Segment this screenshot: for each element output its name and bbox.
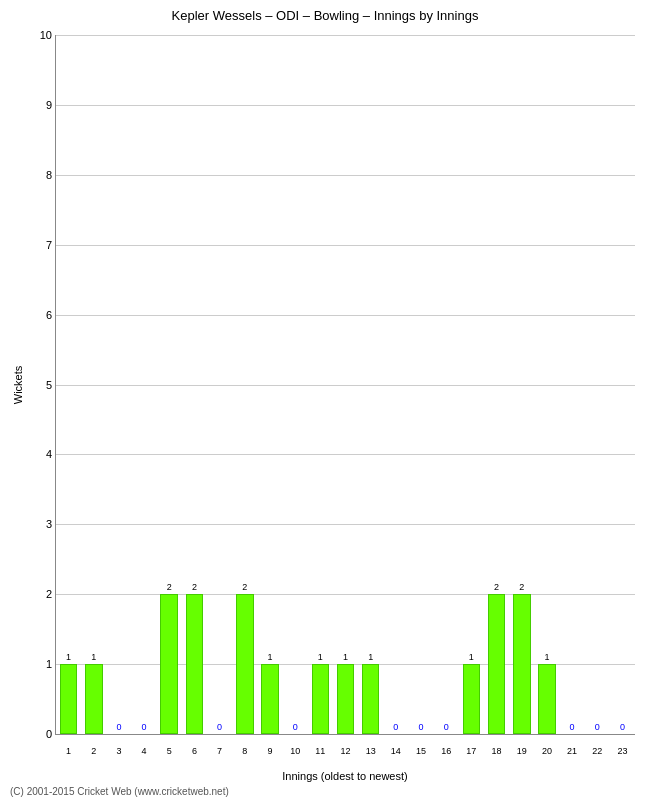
y-tick-label: 9 [32, 99, 52, 111]
bar-label-wickets: 2 [182, 582, 207, 592]
bar-col: 12 [81, 35, 106, 734]
x-tick-label: 1 [56, 746, 81, 756]
bar-col: 023 [610, 35, 635, 734]
bar-col: 07 [207, 35, 232, 734]
bar-label-wickets: 1 [56, 652, 81, 662]
bar-col: 112 [333, 35, 358, 734]
bar-label-wickets: 1 [358, 652, 383, 662]
bar-col: 11 [56, 35, 81, 734]
y-tick-label: 3 [32, 518, 52, 530]
x-tick-label: 9 [257, 746, 282, 756]
x-tick-label: 12 [333, 746, 358, 756]
bar-rect [463, 664, 481, 734]
bar-col: 25 [157, 35, 182, 734]
x-tick-label: 3 [106, 746, 131, 756]
bar-col: 111 [308, 35, 333, 734]
bar-label-wickets: 2 [157, 582, 182, 592]
bar-col: 26 [182, 35, 207, 734]
bar-label-zero: 0 [283, 722, 308, 732]
y-tick-label: 0 [32, 728, 52, 740]
y-tick-label: 1 [32, 658, 52, 670]
x-tick-label: 18 [484, 746, 509, 756]
y-tick-label: 2 [32, 588, 52, 600]
y-axis-label: Wickets [12, 366, 24, 405]
copyright: (C) 2001-2015 Cricket Web (www.cricketwe… [10, 786, 229, 797]
bar-col: 28 [232, 35, 257, 734]
bar-label-wickets: 1 [81, 652, 106, 662]
y-tick-label: 6 [32, 309, 52, 321]
chart-area: 0123456789101112030425260728190101111121… [55, 35, 635, 735]
bar-col: 117 [459, 35, 484, 734]
chart-container: Kepler Wessels – ODI – Bowling – Innings… [0, 0, 650, 800]
bar-label-zero: 0 [408, 722, 433, 732]
bar-col: 19 [257, 35, 282, 734]
bar-rect [513, 594, 531, 734]
bar-rect [160, 594, 178, 734]
x-tick-label: 14 [383, 746, 408, 756]
x-tick-label: 5 [157, 746, 182, 756]
bar-rect [85, 664, 103, 734]
bar-col: 120 [534, 35, 559, 734]
bar-col: 04 [132, 35, 157, 734]
bar-label-wickets: 2 [509, 582, 534, 592]
bar-label-zero: 0 [132, 722, 157, 732]
y-tick-label: 7 [32, 239, 52, 251]
bar-rect [362, 664, 380, 734]
bar-label-wickets: 2 [484, 582, 509, 592]
bar-col: 113 [358, 35, 383, 734]
y-tick-label: 4 [32, 448, 52, 460]
bar-label-wickets: 1 [333, 652, 358, 662]
x-tick-label: 17 [459, 746, 484, 756]
bar-label-wickets: 1 [534, 652, 559, 662]
x-tick-label: 23 [610, 746, 635, 756]
x-tick-label: 21 [559, 746, 584, 756]
bar-col: 014 [383, 35, 408, 734]
chart-title: Kepler Wessels – ODI – Bowling – Innings… [0, 0, 650, 27]
bar-label-zero: 0 [383, 722, 408, 732]
bar-label-zero: 0 [559, 722, 584, 732]
bar-label-wickets: 1 [308, 652, 333, 662]
bar-col: 219 [509, 35, 534, 734]
y-tick-label: 10 [32, 29, 52, 41]
x-tick-label: 20 [534, 746, 559, 756]
x-tick-label: 22 [585, 746, 610, 756]
x-tick-label: 19 [509, 746, 534, 756]
bar-rect [538, 664, 556, 734]
bar-label-wickets: 2 [232, 582, 257, 592]
bar-label-wickets: 1 [459, 652, 484, 662]
x-tick-label: 4 [132, 746, 157, 756]
bar-col: 010 [283, 35, 308, 734]
bar-label-zero: 0 [610, 722, 635, 732]
y-tick-label: 5 [32, 379, 52, 391]
bar-label-zero: 0 [585, 722, 610, 732]
bar-label-zero: 0 [434, 722, 459, 732]
x-tick-label: 6 [182, 746, 207, 756]
x-axis-label: Innings (oldest to newest) [282, 770, 407, 782]
y-tick-label: 8 [32, 169, 52, 181]
bar-rect [186, 594, 204, 734]
bar-rect [488, 594, 506, 734]
bar-col: 015 [408, 35, 433, 734]
x-tick-label: 13 [358, 746, 383, 756]
bar-label-zero: 0 [106, 722, 131, 732]
x-tick-label: 2 [81, 746, 106, 756]
bar-rect [261, 664, 279, 734]
x-tick-label: 8 [232, 746, 257, 756]
bar-rect [312, 664, 330, 734]
bar-rect [236, 594, 254, 734]
bar-label-wickets: 1 [257, 652, 282, 662]
bar-col: 021 [559, 35, 584, 734]
bar-rect [60, 664, 78, 734]
bar-label-zero: 0 [207, 722, 232, 732]
bar-rect [337, 664, 355, 734]
x-tick-label: 16 [434, 746, 459, 756]
x-tick-label: 15 [408, 746, 433, 756]
x-tick-label: 11 [308, 746, 333, 756]
x-tick-label: 10 [283, 746, 308, 756]
bar-col: 016 [434, 35, 459, 734]
bar-col: 218 [484, 35, 509, 734]
bar-col: 022 [585, 35, 610, 734]
x-tick-label: 7 [207, 746, 232, 756]
bar-col: 03 [106, 35, 131, 734]
